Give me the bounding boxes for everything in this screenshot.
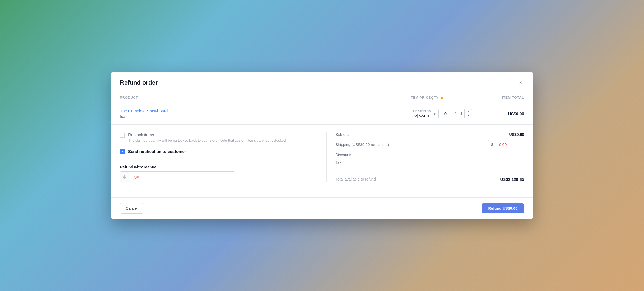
discounts-value: — [520,153,524,157]
multiply-sign: x [434,111,436,116]
qty-header-label: QTY [431,96,439,100]
refund-amount-input[interactable] [129,172,235,182]
product-header: PRODUCT [120,96,371,100]
restock-checkbox[interactable] [120,133,125,138]
refund-amount-wrapper: $ [120,171,235,182]
original-price: US$699.95 [413,109,431,113]
close-button[interactable]: × [516,78,524,87]
qty-arrows: ▲ ▼ [464,109,472,118]
shipping-input[interactable] [496,140,524,149]
notification-row: Send notification to customer [120,149,318,154]
qty-header-cell: QTY [431,96,475,100]
modal-body: PRODUCT ITEM PRICE QTY ITEM TOTAL The Co… [111,92,533,197]
shipping-prefix: $ [488,140,496,149]
discounts-row: Discounts — [335,153,524,157]
table-header: PRODUCT ITEM PRICE QTY ITEM TOTAL [111,92,533,103]
qty-decrement-button[interactable]: ▼ [465,114,472,118]
left-controls: Restock items The claimed quantity will … [120,132,318,182]
refund-with-label: Refund with: Manual [120,165,318,169]
product-name-link[interactable]: The Complete Snowboard [120,109,371,113]
notification-label: Send notification to customer [128,149,186,154]
price-column: US$699.95 US$524.97 [371,109,431,118]
modal-footer: Cancel Refund US$0.00 [111,197,533,219]
restock-row: Restock items The claimed quantity will … [120,132,318,143]
restock-desc: The claimed quantity will be restocked b… [128,138,287,143]
items-table-section: PRODUCT ITEM PRICE QTY ITEM TOTAL The Co… [111,92,533,125]
right-summary: Subtotal US$0.00 Shipping (US$30.00 rema… [326,132,524,182]
item-price-header: ITEM PRICE [371,96,431,100]
total-available-value: US$2,129.85 [500,177,524,182]
refund-currency-prefix: $ [120,172,129,182]
discounts-label: Discounts [335,153,352,157]
warning-triangle-icon [440,96,444,99]
tax-value: — [520,160,524,165]
modal-header: Refund order × [111,72,533,92]
qty-current-value: 0 [439,110,452,118]
restock-text: Restock items The claimed quantity will … [128,132,287,143]
tax-row: Tax — [335,160,524,165]
subtotal-label: Subtotal [335,132,349,137]
refund-with-section: Refund with: Manual $ [120,165,318,182]
product-info: The Complete Snowboard Ice [120,109,371,119]
subtotal-row: Subtotal US$0.00 [335,132,524,137]
refund-modal: Refund order × PRODUCT ITEM PRICE QTY [111,72,533,219]
shipping-label: Shipping (US$30.00 remaining) [335,142,389,147]
total-available-row: Total available to refund US$2,129.85 [335,177,524,182]
item-total-header: ITEM TOTAL [475,96,524,100]
shipping-row: Shipping (US$30.00 remaining) $ [335,140,524,149]
cancel-button[interactable]: Cancel [120,203,143,214]
notification-checkbox[interactable] [120,149,125,154]
qty-max-value: 4 [458,110,464,117]
shipping-input-wrapper: $ [488,140,524,149]
qty-divider: / [452,110,458,117]
total-available-label: Total available to refund [335,177,376,181]
restock-label: Restock items [128,132,287,137]
product-variant: Ice [120,114,371,119]
qty-increment-button[interactable]: ▲ [465,109,472,114]
refund-button[interactable]: Refund US$0.00 [482,203,524,213]
current-price: US$524.97 [410,114,431,118]
modal-overlay: Refund order × PRODUCT ITEM PRICE QTY [0,0,644,291]
total-row-divider [335,170,524,174]
modal-title: Refund order [120,79,158,86]
tax-label: Tax [335,160,341,165]
qty-column: x 0 / 4 ▲ ▼ [431,109,475,118]
subtotal-value: US$0.00 [509,132,524,137]
qty-input-group: 0 / 4 ▲ ▼ [438,109,472,118]
table-row: The Complete Snowboard Ice US$699.95 US$… [111,103,533,124]
item-total: US$0.00 [475,111,524,116]
